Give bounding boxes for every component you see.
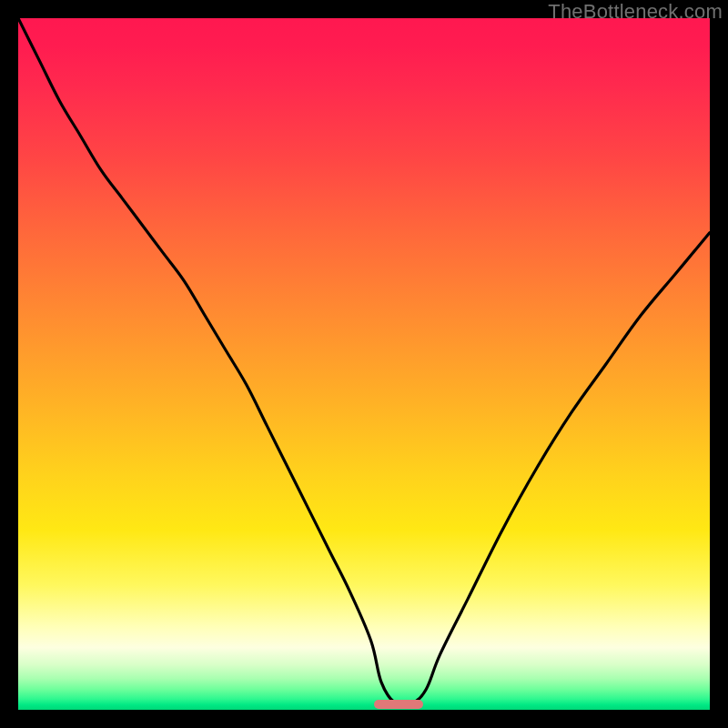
plot-area bbox=[18, 18, 710, 710]
watermark-text: TheBottleneck.com bbox=[548, 0, 723, 24]
chart-frame: TheBottleneck.com bbox=[0, 0, 728, 728]
optimum-marker bbox=[374, 700, 422, 709]
bottleneck-curve-path bbox=[18, 18, 710, 705]
curve-svg bbox=[18, 18, 710, 710]
